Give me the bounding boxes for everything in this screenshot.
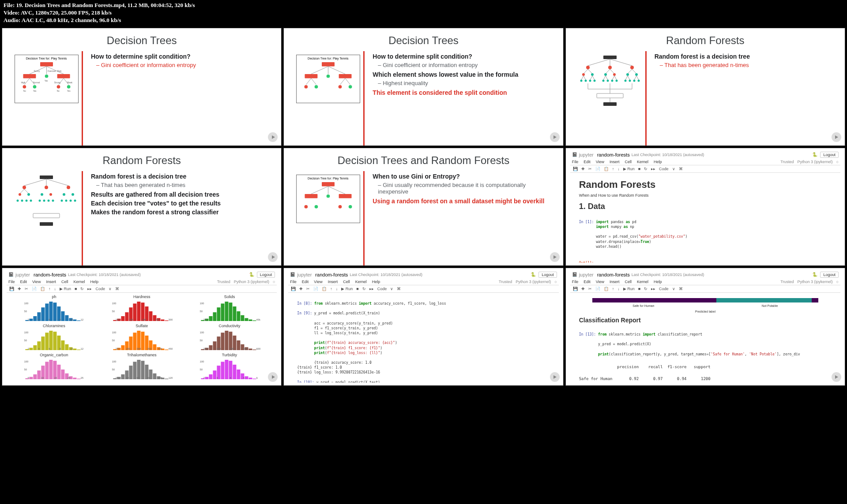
svg-rect-252 — [248, 348, 252, 350]
svg-text:20: 20 — [115, 377, 118, 379]
play-icon[interactable] — [268, 132, 278, 142]
svg-line-48 — [588, 69, 592, 74]
svg-rect-188 — [241, 315, 244, 321]
down-icon[interactable]: ↓ — [617, 167, 621, 171]
svg-text:100: 100 — [112, 360, 117, 363]
thumbnail-2: Decision Trees Decision Tree for: Play T… — [283, 28, 563, 146]
svg-rect-162 — [133, 303, 136, 321]
svg-rect-246 — [225, 331, 228, 350]
cut-icon[interactable]: ✂ — [587, 167, 593, 171]
svg-point-49 — [582, 73, 585, 76]
stop-icon[interactable]: ■ — [637, 167, 641, 171]
play-icon[interactable] — [268, 252, 278, 262]
jupyter-header: 📓 jupyter random-forests Last Checkpoint… — [570, 151, 840, 159]
menu-help[interactable]: Help — [654, 160, 662, 164]
svg-rect-228 — [153, 344, 156, 350]
decision-tree-diagram: Decision Tree for: Play Tennis SunnyOver… — [11, 51, 82, 146]
decision-tree-diagram: Decision Tree for: Play Tennis — [293, 171, 363, 265]
svg-point-119 — [74, 199, 76, 202]
svg-line-43 — [588, 59, 610, 66]
paste-icon[interactable]: 📋 — [603, 167, 610, 171]
svg-line-60 — [606, 69, 610, 74]
classification-report-output: precision recall f1-score support Safe f… — [579, 364, 832, 383]
svg-text:100: 100 — [200, 360, 204, 363]
svg-text:No: No — [23, 90, 26, 92]
menu-insert[interactable]: Insert — [610, 160, 620, 164]
svg-rect-262 — [29, 377, 33, 379]
run-button[interactable]: ▶ Run — [622, 167, 636, 171]
svg-line-125 — [328, 186, 345, 194]
play-icon[interactable] — [550, 132, 560, 142]
svg-text:200: 200 — [142, 318, 147, 321]
thumbnail-5: Decision Trees and Random Forests Decisi… — [283, 148, 563, 266]
python-logo-icon: 🐍 — [812, 152, 817, 157]
svg-rect-266 — [45, 362, 49, 379]
up-icon[interactable]: ↑ — [611, 167, 615, 171]
svg-point-110 — [43, 199, 45, 202]
notebook-h2: 1. Data — [579, 202, 832, 211]
svg-rect-310 — [225, 360, 228, 379]
svg-text:350: 350 — [147, 347, 152, 350]
svg-point-20 — [56, 85, 60, 89]
cell-type-select[interactable]: Code — [658, 167, 670, 171]
slide-title: Decision Trees — [2, 28, 281, 51]
svg-rect-183 — [221, 303, 224, 321]
svg-rect-7 — [23, 74, 36, 78]
svg-point-127 — [326, 194, 330, 198]
thumbnail-8: 📓jupyterrandom-forestsLast Checkpoint: 1… — [283, 268, 563, 386]
svg-line-30 — [328, 66, 345, 74]
svg-point-108 — [49, 193, 52, 196]
svg-point-84 — [637, 79, 640, 82]
play-icon[interactable] — [268, 372, 278, 382]
copy-icon[interactable]: 📄 — [595, 167, 601, 171]
play-icon[interactable] — [550, 372, 560, 382]
svg-rect-185 — [229, 302, 232, 321]
decision-tree-diagram: Decision Tree for: Play Tennis — [293, 51, 363, 146]
add-icon[interactable]: ✚ — [580, 167, 586, 171]
svg-rect-316 — [248, 377, 252, 379]
svg-point-97 — [23, 186, 26, 189]
svg-text:150: 150 — [128, 318, 133, 321]
command-palette-icon[interactable]: ⌘ — [678, 167, 684, 171]
svg-rect-223 — [133, 332, 136, 350]
svg-rect-292 — [153, 373, 156, 379]
svg-rect-267 — [49, 360, 53, 379]
svg-point-111 — [48, 199, 50, 202]
play-icon[interactable] — [832, 132, 841, 142]
logout-button[interactable]: Logout — [820, 152, 839, 158]
svg-rect-92 — [603, 102, 617, 106]
svg-point-76 — [635, 73, 638, 76]
svg-rect-128 — [339, 194, 351, 198]
svg-text:Yes: Yes — [33, 90, 36, 92]
svg-rect-201 — [45, 332, 49, 350]
save-icon[interactable]: 💾 — [572, 167, 579, 171]
svg-text:300: 300 — [136, 347, 141, 350]
menu-view[interactable]: View — [596, 160, 604, 164]
svg-point-70 — [611, 79, 613, 82]
fast-forward-icon[interactable]: ▸▸ — [650, 167, 656, 171]
play-icon[interactable] — [550, 252, 560, 262]
svg-text:20: 20 — [67, 377, 70, 379]
svg-rect-315 — [245, 376, 248, 379]
restart-icon[interactable]: ↻ — [643, 167, 648, 171]
svg-rect-273 — [73, 377, 76, 379]
menu-edit[interactable]: Edit — [583, 160, 591, 164]
svg-rect-295 — [165, 378, 168, 379]
slide-title: Random Forests — [2, 148, 281, 171]
svg-line-77 — [625, 76, 628, 80]
svg-text:400: 400 — [230, 347, 234, 350]
notebook-h1: Random Forests — [579, 179, 832, 190]
svg-rect-184 — [225, 302, 228, 321]
svg-rect-182 — [217, 307, 220, 321]
menu-cell[interactable]: Cell — [625, 160, 632, 164]
svg-rect-180 — [209, 316, 212, 321]
svg-point-55 — [580, 79, 582, 82]
svg-rect-242 — [209, 345, 212, 350]
svg-point-101 — [27, 193, 30, 196]
svg-text:5: 5 — [27, 377, 29, 379]
play-icon[interactable] — [832, 372, 841, 382]
menu-kernel[interactable]: Kernel — [637, 160, 648, 164]
jupyter-logo-icon: 📓 — [290, 272, 295, 277]
menu-file[interactable]: File — [572, 160, 579, 164]
svg-point-116 — [61, 199, 63, 202]
